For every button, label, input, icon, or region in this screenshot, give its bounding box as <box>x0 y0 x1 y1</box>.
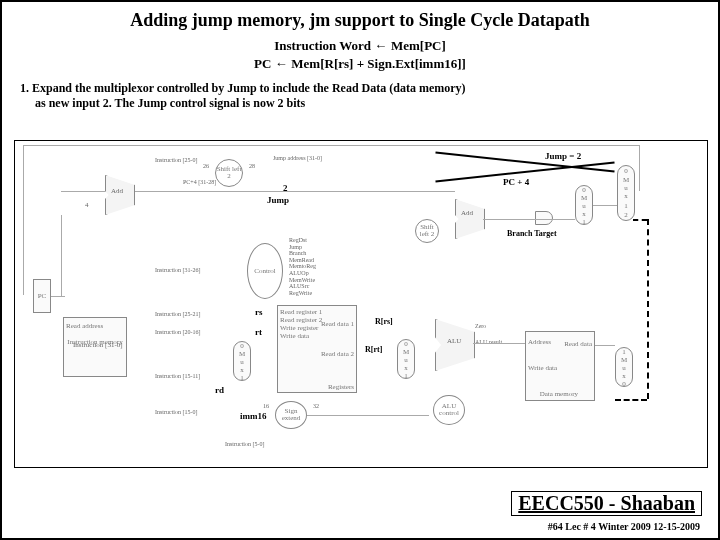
label-zero: Zero <box>475 323 486 329</box>
mux-memtoreg: 1Mux0 <box>615 347 633 387</box>
label-i25-21: Instruction [25-21] <box>155 311 201 317</box>
left-arrow-icon: ← <box>374 38 391 53</box>
jm-feedback-line <box>633 219 647 221</box>
ctrl-branch: Branch <box>289 250 316 257</box>
label-jump-eq-2: Jump = 2 <box>545 151 581 161</box>
label-i15-0: Instruction [15-0] <box>155 409 198 415</box>
label-32: 32 <box>313 403 319 409</box>
lecture-meta: #64 Lec # 4 Winter 2009 12-15-2009 <box>548 521 700 532</box>
label-Rrt: R[rt] <box>365 345 382 354</box>
label-branch-target: Branch Target <box>507 229 557 238</box>
ctrl-memtoreg: MemtoReg <box>289 263 316 270</box>
label-26: 26 <box>203 163 209 169</box>
label-jumpaddr: Jump address [31-0] <box>273 155 322 161</box>
regfile-rd2: Read data 2 <box>321 350 354 358</box>
adder-pc4 <box>105 175 135 215</box>
emphasis-line <box>435 152 614 173</box>
regfile-hdr: Registers <box>328 383 354 391</box>
label-pcplus4: PC + 4 <box>503 177 529 187</box>
ctrl-aluop: ALUOp <box>289 270 316 277</box>
dmem-rd: Read data <box>564 340 592 348</box>
ctrl-regwrite: RegWrite <box>289 290 316 297</box>
label-four: 4 <box>85 201 89 209</box>
ctrl-jump: Jump <box>289 244 316 251</box>
control-signal-list: RegDst Jump Branch MemRead MemtoReg ALUO… <box>289 237 316 296</box>
ctrl-memwrite: MemWrite <box>289 277 316 284</box>
ctrl-alusrc: ALUSrc <box>289 283 316 290</box>
rtl-l2-rhs: Mem[R[rs] + Sign.Ext[imm16]] <box>291 56 466 71</box>
sign-extend: Sign extend <box>275 401 307 429</box>
rtl-l1-rhs: Mem[PC] <box>391 38 446 53</box>
regfile-rd1: Read data 1 <box>321 320 354 328</box>
label-add2: Add <box>461 209 473 217</box>
ctrl-memread: MemRead <box>289 257 316 264</box>
step1-line2: as new input 2. The Jump control signal … <box>35 96 305 110</box>
datapath-diagram: Jump = 2 PC Add 4 Shift left 2 Instructi… <box>14 140 708 468</box>
adder-branch <box>455 199 485 239</box>
label-rt: rt <box>255 327 262 337</box>
label-jump: Jump <box>267 195 289 205</box>
course-footer: EECC550 - Shaaban <box>511 491 702 516</box>
label-rs: rs <box>255 307 263 317</box>
label-add: Add <box>111 187 123 195</box>
jm-feedback-line <box>615 399 647 401</box>
regfile-wd: Write data <box>280 332 354 340</box>
register-file: Read register 1 Read register 2 Write re… <box>277 305 357 393</box>
label-imm16: imm16 <box>240 411 267 421</box>
label-i20-16: Instruction [20-16] <box>155 329 201 335</box>
label-i15-11: Instruction [15-11] <box>155 373 200 379</box>
shift-left-2-branch: Shift left 2 <box>415 219 439 243</box>
rtl-block: Instruction Word ← Mem[PC] PC ← Mem[R[rs… <box>2 37 718 73</box>
data-memory: Address Write data Read data Data memory <box>525 331 595 401</box>
label-pc4-31-28: PC+4 [31-28] <box>183 179 216 185</box>
mux-branch: 0Mux1 <box>575 185 593 225</box>
control-unit: Control <box>247 243 283 299</box>
regfile-r1: Read register 1 <box>280 308 354 316</box>
label-28: 28 <box>249 163 255 169</box>
pc-register: PC <box>33 279 51 313</box>
step1: 1. Expand the multiplexor controlled by … <box>2 81 718 110</box>
mux-jump-3way: 0Mux12 <box>617 165 635 221</box>
rtl-l1-lhs: Instruction Word <box>274 38 371 53</box>
mux-regdst: 0Mux1 <box>233 341 251 381</box>
label-i31-26: Instruction [31-26] <box>155 267 201 273</box>
label-instr25-0: Instruction [25-0] <box>155 157 198 163</box>
rtl-l2-lhs: PC <box>254 56 271 71</box>
label-i5-0: Instruction [5-0] <box>225 441 265 447</box>
label-read-address: Read address <box>64 322 126 330</box>
dmem-wd: Write data <box>528 364 592 372</box>
label-16: 16 <box>263 403 269 409</box>
label-Rrs: R[rs] <box>375 317 393 326</box>
shift-left-2-jump: Shift left 2 <box>215 159 243 187</box>
dmem-hdr: Data memory <box>540 390 578 398</box>
label-alu: ALU <box>447 337 461 345</box>
label-rd: rd <box>215 385 224 395</box>
mux-alusrc: 0Mux1 <box>397 339 415 379</box>
and-gate <box>535 211 553 225</box>
step1-line1: Expand the multiplexor controlled by Jum… <box>32 81 466 95</box>
ctrl-regdst: RegDst <box>289 237 316 244</box>
label-alu-result: ALU result <box>475 339 502 345</box>
label-instr31-0: Instruction [31-0] <box>73 341 123 349</box>
left-arrow-icon: ← <box>275 56 292 71</box>
step1-num: 1. <box>20 81 29 95</box>
page-title: Adding jump memory, jm support to Single… <box>2 2 718 31</box>
jm-feedback-line <box>647 219 649 399</box>
alu-control: ALU control <box>433 395 465 425</box>
alu <box>435 319 475 371</box>
